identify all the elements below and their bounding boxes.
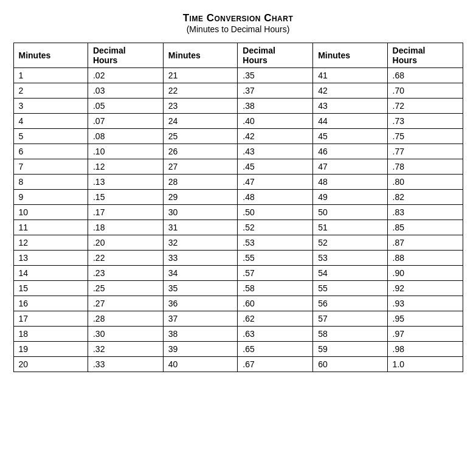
decimal-cell: .03 xyxy=(88,83,163,99)
minutes-cell: 10 xyxy=(13,205,88,220)
table-row: 11.1831.5251.85 xyxy=(13,220,463,235)
table-row: 10.1730.5050.83 xyxy=(13,205,463,220)
minutes-cell: 12 xyxy=(13,235,88,251)
decimal-cell: .77 xyxy=(387,144,463,159)
decimal-cell: .08 xyxy=(88,129,163,144)
decimal-cell: .90 xyxy=(387,266,463,281)
minutes-cell: 22 xyxy=(163,83,237,99)
minutes-cell: 52 xyxy=(313,235,387,251)
minutes-cell: 15 xyxy=(13,281,88,296)
minutes-cell: 51 xyxy=(313,220,387,235)
col-decimal-1: DecimalHours xyxy=(88,43,163,68)
minutes-cell: 58 xyxy=(313,327,387,342)
minutes-cell: 31 xyxy=(163,220,237,235)
decimal-cell: .78 xyxy=(387,159,463,175)
decimal-cell: .37 xyxy=(238,83,313,99)
decimal-cell: .25 xyxy=(88,281,163,296)
decimal-cell: .15 xyxy=(88,190,163,205)
minutes-cell: 34 xyxy=(163,266,237,281)
minutes-cell: 5 xyxy=(13,129,88,144)
minutes-cell: 57 xyxy=(313,311,387,327)
minutes-cell: 1 xyxy=(13,68,88,83)
decimal-cell: .60 xyxy=(238,296,313,311)
title-block: Time Conversion Chart (Minutes to Decima… xyxy=(13,12,463,34)
table-row: 19.3239.6559.98 xyxy=(13,342,463,357)
table-row: 14.2334.5754.90 xyxy=(13,266,463,281)
decimal-cell: .93 xyxy=(387,296,463,311)
decimal-cell: 1.0 xyxy=(387,357,463,372)
minutes-cell: 20 xyxy=(13,357,88,372)
minutes-cell: 25 xyxy=(163,129,237,144)
minutes-cell: 42 xyxy=(313,83,387,99)
decimal-cell: .98 xyxy=(387,342,463,357)
minutes-cell: 45 xyxy=(313,129,387,144)
decimal-cell: .12 xyxy=(88,159,163,175)
minutes-cell: 60 xyxy=(313,357,387,372)
table-row: 5.0825.4245.75 xyxy=(13,129,463,144)
table-row: 15.2535.5855.92 xyxy=(13,281,463,296)
minutes-cell: 7 xyxy=(13,159,88,175)
minutes-cell: 4 xyxy=(13,114,88,129)
decimal-cell: .62 xyxy=(238,311,313,327)
decimal-cell: .65 xyxy=(238,342,313,357)
decimal-cell: .35 xyxy=(238,68,313,83)
decimal-cell: .72 xyxy=(387,99,463,114)
minutes-cell: 26 xyxy=(163,144,237,159)
minutes-cell: 48 xyxy=(313,175,387,190)
minutes-cell: 53 xyxy=(313,251,387,266)
decimal-cell: .67 xyxy=(238,357,313,372)
decimal-cell: .82 xyxy=(387,190,463,205)
col-decimal-2: DecimalHours xyxy=(238,43,313,68)
conversion-table: Minutes DecimalHours Minutes DecimalHour… xyxy=(13,43,463,372)
decimal-cell: .23 xyxy=(88,266,163,281)
decimal-cell: .47 xyxy=(238,175,313,190)
minutes-cell: 13 xyxy=(13,251,88,266)
decimal-cell: .05 xyxy=(88,99,163,114)
decimal-cell: .68 xyxy=(387,68,463,83)
minutes-cell: 21 xyxy=(163,68,237,83)
minutes-cell: 29 xyxy=(163,190,237,205)
minutes-cell: 9 xyxy=(13,190,88,205)
minutes-cell: 23 xyxy=(163,99,237,114)
minutes-cell: 11 xyxy=(13,220,88,235)
subtitle: (Minutes to Decimal Hours) xyxy=(13,24,463,34)
minutes-cell: 28 xyxy=(163,175,237,190)
decimal-cell: .92 xyxy=(387,281,463,296)
table-row: 6.1026.4346.77 xyxy=(13,144,463,159)
minutes-cell: 55 xyxy=(313,281,387,296)
minutes-cell: 59 xyxy=(313,342,387,357)
decimal-cell: .88 xyxy=(387,251,463,266)
minutes-cell: 56 xyxy=(313,296,387,311)
decimal-cell: .32 xyxy=(88,342,163,357)
minutes-cell: 38 xyxy=(163,327,237,342)
decimal-cell: .20 xyxy=(88,235,163,251)
page-container: Time Conversion Chart (Minutes to Decima… xyxy=(13,12,463,372)
decimal-cell: .95 xyxy=(387,311,463,327)
decimal-cell: .42 xyxy=(238,129,313,144)
minutes-cell: 14 xyxy=(13,266,88,281)
minutes-cell: 3 xyxy=(13,99,88,114)
decimal-cell: .48 xyxy=(238,190,313,205)
minutes-cell: 37 xyxy=(163,311,237,327)
minutes-cell: 50 xyxy=(313,205,387,220)
decimal-cell: .97 xyxy=(387,327,463,342)
decimal-cell: .10 xyxy=(88,144,163,159)
minutes-cell: 41 xyxy=(313,68,387,83)
table-row: 2.0322.3742.70 xyxy=(13,83,463,99)
decimal-cell: .02 xyxy=(88,68,163,83)
table-row: 13.2233.5553.88 xyxy=(13,251,463,266)
decimal-cell: .50 xyxy=(238,205,313,220)
decimal-cell: .40 xyxy=(238,114,313,129)
decimal-cell: .70 xyxy=(387,83,463,99)
decimal-cell: .73 xyxy=(387,114,463,129)
table-row: 12.2032.5352.87 xyxy=(13,235,463,251)
table-row: 17.2837.6257.95 xyxy=(13,311,463,327)
minutes-cell: 47 xyxy=(313,159,387,175)
minutes-cell: 16 xyxy=(13,296,88,311)
col-minutes-2: Minutes xyxy=(163,43,237,68)
minutes-cell: 46 xyxy=(313,144,387,159)
minutes-cell: 54 xyxy=(313,266,387,281)
minutes-cell: 27 xyxy=(163,159,237,175)
minutes-cell: 17 xyxy=(13,311,88,327)
minutes-cell: 19 xyxy=(13,342,88,357)
